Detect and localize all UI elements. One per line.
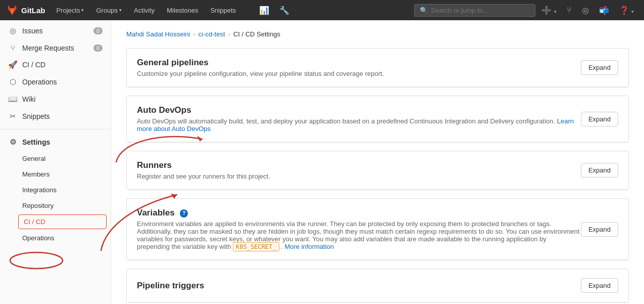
variables-desc-part1: Environment variables are applied to env…	[137, 220, 579, 250]
pipeline-triggers-title: Pipeline triggers	[137, 281, 581, 291]
sidebar-item-label: Operations	[22, 78, 57, 86]
variables-info: Variables ? Environment variables are ap…	[137, 208, 581, 250]
merge-requests-icon[interactable]: ⑂	[563, 4, 576, 17]
chart-icon[interactable]: 📊	[255, 4, 273, 17]
settings-label: Settings	[22, 138, 50, 146]
cicd-icon: 🚀	[8, 60, 17, 69]
sidebar-item-operations[interactable]: ⬡ Operations	[0, 73, 111, 91]
sidebar-item-merge-requests[interactable]: ⑂ Merge Requests 0	[0, 39, 111, 56]
auto-devops-title: Auto DevOps	[137, 105, 581, 115]
sidebar-item-label: Snippets	[22, 112, 49, 120]
sidebar-sub-label: CI / CD	[24, 218, 45, 226]
search-icon: 🔍	[420, 7, 428, 14]
sidebar-sub-operations[interactable]: Operations	[0, 230, 111, 246]
inbox-icon[interactable]: 📬	[595, 4, 613, 17]
breadcrumb-sep-2: ›	[228, 30, 230, 38]
sidebar-sub-integrations[interactable]: Integrations	[0, 182, 111, 198]
variables-more-info-link[interactable]: More information	[284, 243, 334, 250]
runners-header: Runners Register and see your runners fo…	[127, 151, 628, 190]
variables-expand[interactable]: Expand	[581, 222, 618, 237]
general-pipelines-desc: Customize your pipeline configuration, v…	[137, 70, 581, 77]
activity-link[interactable]: Activity	[129, 5, 160, 16]
sidebar-sub-general[interactable]: General	[0, 151, 111, 166]
general-pipelines-header: General pipelines Customize your pipelin…	[127, 49, 628, 87]
gitlab-wordmark: GitLab	[21, 6, 45, 15]
breadcrumb-current: CI / CD Settings	[233, 30, 280, 38]
sidebar-sub-members[interactable]: Members	[0, 166, 111, 182]
top-navigation: GitLab Projects▾ Groups▾ Activity Milest…	[0, 0, 644, 20]
runners-info: Runners Register and see your runners fo…	[137, 160, 581, 180]
issues-icon[interactable]: ◎	[578, 4, 593, 17]
search-input[interactable]	[431, 7, 530, 14]
variables-header: Variables ? Environment variables are ap…	[127, 199, 628, 260]
sidebar-item-label: CI / CD	[22, 61, 45, 69]
general-pipelines-title: General pipelines	[137, 58, 581, 68]
merge-requests-badge: 0	[93, 45, 103, 52]
pipeline-triggers-info: Pipeline triggers	[137, 281, 581, 291]
auto-devops-header: Auto DevOps Auto DevOps will automatical…	[127, 96, 628, 142]
sidebar-sub-cicd[interactable]: CI / CD	[18, 214, 107, 229]
variables-title: Variables ?	[137, 208, 581, 218]
merge-requests-icon: ⑂	[8, 44, 17, 52]
variables-desc: Environment variables are applied to env…	[137, 220, 581, 250]
milestones-link[interactable]: Milestones	[162, 5, 203, 16]
sidebar-settings-header[interactable]: ⚙ Settings	[0, 134, 111, 151]
search-bar[interactable]: 🔍	[414, 4, 535, 17]
sidebar-sub-label: Integrations	[22, 186, 57, 194]
pipeline-triggers-section: Pipeline triggers Expand	[126, 269, 629, 303]
main-content: Mahdi Sadat Hosseini › ci-cd-test › CI /…	[111, 20, 644, 304]
auto-devops-section: Auto DevOps Auto DevOps will automatical…	[126, 96, 629, 143]
variables-help-icon[interactable]: ?	[180, 209, 188, 218]
help-menu[interactable]: ❓ ▾	[615, 4, 638, 17]
wiki-icon: 📖	[8, 95, 17, 104]
groups-menu[interactable]: Groups▾	[91, 5, 127, 16]
general-pipelines-info: General pipelines Customize your pipelin…	[137, 58, 581, 77]
snippets-link[interactable]: Snippets	[205, 5, 241, 16]
settings-icon: ⚙	[8, 138, 17, 147]
breadcrumb-project[interactable]: ci-cd-test	[199, 30, 225, 38]
wrench-icon[interactable]: 🔧	[275, 4, 293, 17]
runners-expand[interactable]: Expand	[581, 163, 618, 178]
sidebar-divider	[0, 129, 111, 129]
auto-devops-desc: Auto DevOps will automatically build, te…	[137, 117, 581, 133]
breadcrumb-sep-1: ›	[193, 30, 195, 38]
general-pipelines-section: General pipelines Customize your pipelin…	[126, 48, 629, 88]
sidebar-sub-label: Repository	[22, 202, 54, 209]
auto-devops-desc-text: Auto DevOps will automatically build, te…	[137, 117, 555, 125]
plus-menu[interactable]: ➕ ▾	[537, 4, 560, 17]
sidebar-item-label: Issues	[22, 27, 42, 35]
sidebar-sub-label: Members	[22, 170, 49, 178]
sidebar: ◎ Issues 0 ⑂ Merge Requests 0 🚀 CI / CD …	[0, 20, 111, 304]
snippets-icon: ✂	[8, 112, 17, 121]
issues-icon: ◎	[8, 26, 17, 35]
runners-section: Runners Register and see your runners fo…	[126, 151, 629, 190]
sidebar-item-wiki[interactable]: 📖 Wiki	[0, 91, 111, 108]
gitlab-logo[interactable]: GitLab	[6, 4, 45, 16]
pipeline-triggers-expand[interactable]: Expand	[581, 278, 618, 293]
sidebar-settings-nav: ⚙ Settings General Members Integrations …	[0, 132, 111, 248]
operations-icon: ⬡	[8, 77, 17, 86]
breadcrumb: Mahdi Sadat Hosseini › ci-cd-test › CI /…	[126, 30, 629, 38]
projects-menu[interactable]: Projects▾	[52, 5, 89, 16]
breadcrumb-user[interactable]: Mahdi Sadat Hosseini	[126, 30, 190, 38]
sidebar-sub-label: Operations	[22, 234, 55, 242]
issues-badge: 0	[93, 27, 103, 34]
sidebar-sub-label: General	[22, 155, 45, 162]
sidebar-item-issues[interactable]: ◎ Issues 0	[0, 22, 111, 39]
sidebar-item-snippets[interactable]: ✂ Snippets	[0, 108, 111, 125]
general-pipelines-expand[interactable]: Expand	[581, 60, 618, 75]
sidebar-item-label: Wiki	[22, 95, 35, 103]
pipeline-triggers-header: Pipeline triggers Expand	[127, 269, 628, 302]
sidebar-item-label: Merge Requests	[22, 44, 74, 52]
sidebar-main-nav: ◎ Issues 0 ⑂ Merge Requests 0 🚀 CI / CD …	[0, 20, 111, 127]
variables-section: Variables ? Environment variables are ap…	[126, 198, 629, 260]
k8s-secret-badge: K8S_SECRET_	[233, 242, 279, 251]
auto-devops-expand[interactable]: Expand	[581, 112, 618, 126]
sidebar-item-cicd[interactable]: 🚀 CI / CD	[0, 56, 111, 73]
runners-desc: Register and see your runners for this p…	[137, 172, 581, 180]
sidebar-sub-repository[interactable]: Repository	[0, 198, 111, 213]
auto-devops-info: Auto DevOps Auto DevOps will automatical…	[137, 105, 581, 133]
runners-title: Runners	[137, 160, 581, 170]
